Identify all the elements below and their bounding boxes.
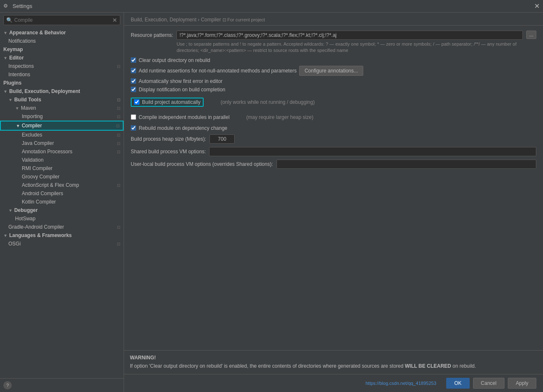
- sidebar-item-rmi-compiler[interactable]: RMI Compiler: [0, 164, 124, 173]
- cancel-button[interactable]: Cancel: [473, 378, 504, 389]
- sidebar-item-hotswap[interactable]: HotSwap: [0, 214, 124, 223]
- badge-icon: ⊡: [117, 225, 120, 230]
- sidebar-item-annotation-processors[interactable]: Annotation Processors ⊡: [0, 147, 124, 156]
- sidebar-item-label: Plugins: [3, 80, 120, 86]
- shared-vm-input[interactable]: [209, 147, 536, 156]
- help-button[interactable]: ?: [3, 381, 12, 389]
- sidebar-item-gradle-android[interactable]: Gradle-Android Compiler ⊡: [0, 223, 124, 231]
- compile-parallel-checkbox[interactable]: [131, 114, 136, 120]
- sidebar-item-android-compilers[interactable]: Android Compilers: [0, 189, 124, 198]
- project-badge: ⊡ For current project: [222, 17, 265, 23]
- sidebar-item-label: ActionScript & Flex Comp: [22, 182, 115, 188]
- compile-parallel-label: Compile independent modules in parallel: [139, 114, 230, 120]
- shared-vm-label: Shared build process VM options:: [131, 149, 206, 155]
- badge-icon: ⊡: [117, 183, 120, 188]
- add-runtime-checkbox[interactable]: [131, 68, 136, 73]
- configure-annotations-button[interactable]: Configure annotations...: [299, 66, 363, 76]
- panel-content: Resource patterns: Use ; to separate pat…: [124, 26, 543, 343]
- build-auto-label: Build project automatically: [142, 99, 200, 105]
- badge-icon: ⊡: [117, 98, 120, 102]
- sidebar-item-java-compiler[interactable]: Java Compiler ⊡: [0, 139, 124, 147]
- window-title: Settings: [13, 3, 32, 9]
- title-bar: ⚙ Settings ✕: [0, 0, 543, 13]
- sidebar-item-osgi[interactable]: OSGi ⊡: [0, 240, 124, 248]
- resource-patterns-button[interactable]: ...: [526, 31, 536, 39]
- user-local-vm-input[interactable]: [277, 160, 537, 169]
- sidebar-item-kotlin-compiler[interactable]: Kotlin Compiler: [0, 198, 124, 206]
- sidebar-item-maven[interactable]: ▼ Maven ⊡: [0, 104, 124, 112]
- heap-size-label: Build process heap size (Mbytes):: [131, 136, 206, 142]
- breadcrumb: Build, Execution, Deployment › Compiler: [131, 17, 221, 23]
- badge-icon: ⊡: [117, 133, 120, 137]
- option-display-notification: Display notification on build completion: [131, 87, 536, 93]
- sidebar-item-keymap[interactable]: Keymap: [0, 45, 124, 54]
- option-add-runtime: Add runtime assertions for not-null-anno…: [131, 66, 536, 76]
- project-badge-icon: ⊡: [222, 17, 226, 23]
- warning-box: WARNING! If option 'Clear output directo…: [124, 350, 543, 374]
- project-badge-text: For current project: [227, 17, 265, 22]
- resource-patterns-row: Resource patterns: Use ; to separate pat…: [131, 31, 536, 54]
- app-icon: ⚙: [3, 3, 10, 10]
- show-first-error-checkbox[interactable]: [131, 78, 136, 84]
- badge-icon: ⊡: [117, 106, 120, 111]
- resource-input-wrap: Use ; to separate patterns and ! to nega…: [176, 31, 523, 54]
- badge-icon: ⊡: [117, 114, 120, 119]
- display-notification-checkbox[interactable]: [131, 87, 136, 92]
- warning-title: WARNING!: [130, 355, 537, 361]
- sidebar-item-label: Compiler: [22, 123, 114, 129]
- sidebar-item-build-execution[interactable]: ▼ Build, Execution, Deployment: [0, 87, 124, 95]
- heap-size-row: Build process heap size (Mbytes):: [131, 134, 536, 144]
- sidebar-item-label: HotSwap: [15, 216, 120, 222]
- clear-output-label: Clear output directory on rebuild: [139, 57, 210, 63]
- sidebar-item-actionscript[interactable]: ActionScript & Flex Comp ⊡: [0, 181, 124, 189]
- panel-header: Build, Execution, Deployment › Compiler …: [124, 13, 543, 26]
- arrow-icon: ▼: [3, 233, 8, 238]
- heap-size-input[interactable]: [209, 134, 235, 144]
- sidebar-item-appearance[interactable]: ▼ Appearance & Behavior: [0, 28, 124, 37]
- apply-button[interactable]: Apply: [508, 378, 536, 389]
- compile-parallel-note: (may require larger heap size): [246, 114, 313, 120]
- badge-icon: ⊡: [117, 150, 120, 154]
- sidebar-item-editor[interactable]: ▼ Editor: [0, 54, 124, 62]
- sidebar-item-label: Appearance & Behavior: [9, 30, 120, 36]
- option-clear-output: Clear output directory on rebuild: [131, 57, 536, 63]
- ok-button[interactable]: OK: [446, 378, 469, 389]
- build-auto-checkbox[interactable]: [134, 99, 140, 105]
- sidebar-item-label: Gradle-Android Compiler: [8, 224, 115, 230]
- sidebar-item-label: Importing: [22, 113, 115, 119]
- title-bar-left: ⚙ Settings: [3, 3, 32, 10]
- badge-icon: ⊡: [117, 141, 120, 146]
- sidebar-item-notifications[interactable]: Notifications: [0, 37, 124, 45]
- sidebar-item-label: Keymap: [3, 46, 120, 52]
- sidebar-item-debugger[interactable]: ▼ Debugger: [0, 206, 124, 214]
- arrow-icon: ▼: [3, 56, 8, 60]
- sidebar-item-plugins[interactable]: Plugins: [0, 79, 124, 87]
- sidebar-item-validation[interactable]: Validation: [0, 156, 124, 164]
- shared-vm-row: Shared build process VM options:: [131, 147, 536, 156]
- sidebar-item-compiler[interactable]: ▼ Compiler ⊡: [0, 121, 124, 131]
- sidebar-item-intentions[interactable]: Intentions: [0, 70, 124, 79]
- warning-text: If option 'Clear output directory on reb…: [130, 362, 537, 370]
- arrow-icon: ▼: [8, 208, 13, 213]
- clear-search-icon[interactable]: ✕: [112, 17, 117, 23]
- sidebar-item-label: RMI Compiler: [22, 165, 120, 171]
- sidebar-item-languages[interactable]: ▼ Languages & Frameworks: [0, 231, 124, 240]
- main-container: 🔍 ✕ ▼ Appearance & Behavior Notification…: [0, 13, 543, 392]
- resource-patterns-input[interactable]: [176, 31, 523, 40]
- badge-icon: ⊡: [117, 64, 120, 69]
- search-input[interactable]: [14, 17, 112, 23]
- close-button[interactable]: ✕: [534, 2, 540, 10]
- sidebar-item-importing[interactable]: Importing ⊡: [0, 112, 124, 121]
- resource-patterns-hint: Use ; to separate patterns and ! to nega…: [176, 41, 523, 54]
- sidebar-item-excludes[interactable]: Excludes ⊡: [0, 131, 124, 139]
- sidebar-item-groovy-compiler[interactable]: Groovy Compiler: [0, 173, 124, 181]
- rebuild-dependency-checkbox[interactable]: [131, 125, 136, 131]
- sidebar-item-inspections[interactable]: Inspections ⊡: [0, 62, 124, 70]
- arrow-icon: ▼: [16, 124, 20, 128]
- resource-patterns-label: Resource patterns:: [131, 31, 173, 38]
- sidebar-item-label: Editor: [9, 55, 120, 61]
- sidebar-item-label: Maven: [21, 105, 115, 111]
- search-icon: 🔍: [6, 17, 13, 23]
- sidebar-item-build-tools[interactable]: ▼ Build Tools ⊡: [0, 95, 124, 104]
- clear-output-checkbox[interactable]: [131, 57, 136, 63]
